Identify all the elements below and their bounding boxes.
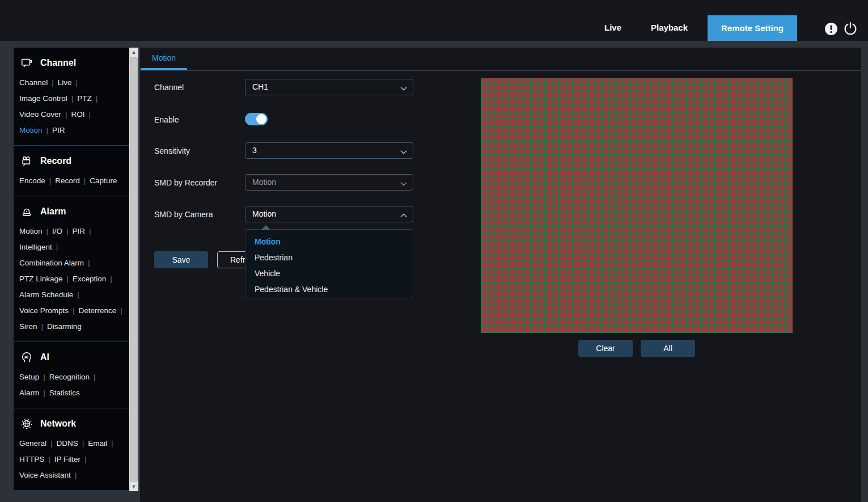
sensitivity-select[interactable]: 3 [245, 142, 413, 159]
section-title: Network [40, 419, 76, 429]
smd-by-camera-select[interactable]: Motion [245, 206, 413, 222]
sidebar-item-roi[interactable]: ROI [71, 110, 85, 119]
separator: | [110, 275, 112, 283]
section-line: Voice Assistant| [19, 467, 127, 483]
sidebar-item-general[interactable]: General [19, 439, 46, 448]
sidebar-item-live[interactable]: Live [58, 78, 72, 87]
nav-remote-setting[interactable]: Remote Setting [708, 15, 797, 41]
sidebar-item-motion[interactable]: Motion [19, 227, 43, 235]
tab-motion[interactable]: Motion [152, 53, 176, 62]
channel-icon [19, 56, 34, 70]
sidebar-item-image-control[interactable]: Image Control [19, 94, 67, 103]
chevron-down-icon [399, 83, 408, 92]
sidebar-item-disarming[interactable]: Disarming [47, 322, 82, 331]
separator: | [82, 439, 84, 448]
separator: | [88, 259, 90, 267]
separator: | [75, 471, 77, 479]
sidebar-item-pir[interactable]: PIR [52, 126, 65, 134]
page: Live Playback Remote Setting ChannelChan… [0, 0, 868, 502]
section-title: AI [40, 352, 49, 362]
sidebar-item-video-cover[interactable]: Video Cover [19, 110, 61, 119]
sidebar-section-network: NetworkGeneral|DDNS|Email|HTTPS|IP Filte… [14, 408, 129, 491]
section-header[interactable]: Channel [19, 55, 127, 71]
section-header[interactable]: AIAI [19, 349, 127, 365]
all-button[interactable]: All [641, 340, 695, 357]
nav-live[interactable]: Live [604, 23, 621, 32]
record-icon [19, 154, 34, 168]
section-line: Siren|Disarming [19, 319, 127, 335]
separator: | [84, 455, 87, 463]
separator: | [89, 110, 91, 119]
separator: | [120, 306, 122, 315]
dropdown-option-motion[interactable]: Motion [245, 234, 413, 250]
sidebar-item-ip-filter[interactable]: IP Filter [54, 455, 81, 463]
dropdown-option-pedestrian-vehicle[interactable]: Pedestrian & Vehicle [245, 281, 413, 297]
separator: | [66, 227, 69, 235]
sidebar-item-deterrence[interactable]: Deterrence [79, 306, 117, 315]
section-line: Setup|Recognition| [19, 369, 127, 385]
ai-icon: AI [19, 351, 34, 364]
sidebar-item-https[interactable]: HTTPS [19, 455, 44, 463]
sidebar-item-record[interactable]: Record [55, 176, 80, 185]
sidebar-item-encode[interactable]: Encode [19, 176, 45, 185]
scrollbar-up-arrow-icon[interactable]: ▲ [129, 48, 138, 57]
svg-text:AI: AI [24, 355, 28, 360]
nav-playback[interactable]: Playback [651, 23, 688, 32]
section-header[interactable]: Network [19, 416, 127, 432]
dropdown-caret-icon [261, 225, 270, 230]
sidebar-item-ptz[interactable]: PTZ [77, 94, 92, 103]
sidebar-item-intelligent[interactable]: Intelligent [19, 243, 52, 251]
channel-label: Channel [154, 83, 184, 92]
sidebar-item-i-o[interactable]: I/O [52, 227, 62, 235]
sidebar-item-motion[interactable]: Motion [19, 126, 43, 134]
dropdown-option-pedestrian[interactable]: Pedestrian [245, 250, 413, 265]
sidebar-item-ptz-linkage[interactable]: PTZ Linkage [19, 275, 63, 283]
sidebar-scrollbar[interactable]: ▲ ▼ [129, 48, 138, 491]
channel-select[interactable]: CH1 [245, 79, 413, 95]
sidebar-item-ddns[interactable]: DDNS [57, 439, 78, 448]
enable-toggle[interactable] [245, 113, 268, 125]
dropdown-option-vehicle[interactable]: Vehicle [245, 265, 413, 281]
sidebar-item-email[interactable]: Email [88, 439, 107, 448]
sidebar-item-channel[interactable]: Channel [19, 78, 48, 87]
separator: | [52, 78, 54, 87]
sidebar-item-capture[interactable]: Capture [90, 176, 117, 185]
clear-button[interactable]: Clear [578, 340, 633, 357]
section-header[interactable]: Alarm [19, 204, 127, 220]
sidebar-item-alarm-schedule[interactable]: Alarm Schedule [19, 290, 73, 299]
power-icon[interactable] [843, 22, 858, 36]
section-line: Combination Alarm| [19, 255, 127, 271]
sidebar-item-recognition[interactable]: Recognition [49, 373, 90, 381]
section-line: General|DDNS|Email| [19, 436, 127, 452]
separator: | [67, 275, 69, 283]
separator: | [56, 243, 58, 251]
scrollbar-down-arrow-icon[interactable]: ▼ [129, 482, 138, 491]
sidebar-item-voice-assistant[interactable]: Voice Assistant [19, 471, 71, 479]
separator: | [77, 290, 79, 299]
sidebar-item-siren[interactable]: Siren [19, 322, 37, 331]
sidebar-item-pir[interactable]: PIR [73, 227, 86, 235]
separator: | [46, 126, 49, 134]
sidebar-item-statistics[interactable]: Statistics [49, 389, 80, 397]
alarm-icon [19, 205, 34, 218]
save-button[interactable]: Save [154, 251, 208, 268]
section-line: Video Cover|ROI| [19, 107, 127, 123]
sidebar-section-channel: ChannelChannel|Live|Image Control|PTZ|Vi… [14, 48, 129, 146]
separator: | [96, 94, 98, 103]
motion-area-grid[interactable] [481, 78, 793, 333]
enable-label: Enable [154, 115, 179, 124]
sidebar-item-setup[interactable]: Setup [19, 373, 39, 381]
section-line: Image Control|PTZ| [19, 91, 127, 107]
section-header[interactable]: Record [19, 153, 127, 169]
sidebar-item-alarm[interactable]: Alarm [19, 389, 39, 397]
sidebar-item-exception[interactable]: Exception [73, 275, 106, 283]
smd-by-recorder-value: Motion [252, 178, 276, 187]
sidebar-section-alarm: AlarmMotion|I/O|PIR|Intelligent|Combinat… [14, 196, 129, 342]
scrollbar-thumb[interactable] [130, 57, 138, 482]
section-title: Alarm [40, 206, 66, 217]
tab-divider [140, 70, 861, 70]
separator: | [49, 176, 52, 185]
info-icon[interactable] [824, 22, 839, 36]
sidebar-item-voice-prompts[interactable]: Voice Prompts [19, 306, 69, 315]
sidebar-item-combination-alarm[interactable]: Combination Alarm [19, 259, 84, 267]
